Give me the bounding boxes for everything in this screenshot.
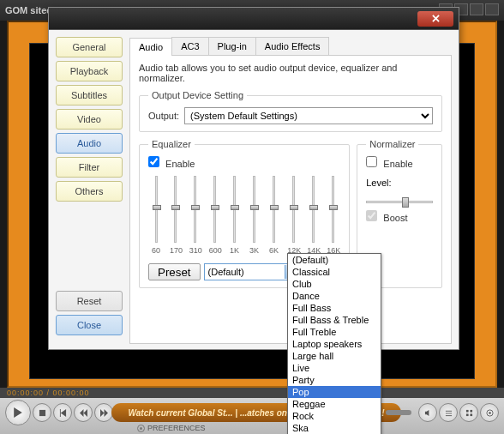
preset-option[interactable]: Club: [288, 278, 381, 290]
preset-combo[interactable]: (Default): [204, 263, 298, 280]
svg-rect-1: [445, 410, 451, 411]
tab-ac3[interactable]: AC3: [171, 37, 208, 55]
svg-rect-3: [445, 415, 451, 416]
sidebar-item-filter[interactable]: Filter: [56, 157, 123, 178]
boost-label: Boost: [383, 213, 407, 223]
close-app-button[interactable]: [485, 3, 499, 15]
output-label: Output:: [148, 111, 179, 121]
output-device-select[interactable]: (System Default Settings): [184, 107, 433, 124]
player-controls-bar: 00:00:00 / 00:00:00 Watch current Global…: [0, 388, 504, 434]
layout-button[interactable]: [470, 3, 483, 15]
reset-button[interactable]: Reset: [56, 291, 123, 311]
svg-rect-7: [470, 413, 472, 416]
gear-icon: [486, 409, 494, 417]
sidebar-item-subtitles[interactable]: Subtitles: [56, 85, 123, 105]
eq-slider[interactable]: [287, 176, 299, 243]
equalizer-legend: Equalizer: [148, 139, 195, 149]
rewind-icon: [80, 409, 87, 417]
preset-option[interactable]: Party: [288, 374, 381, 386]
category-sidebar: General Playback Subtitles Video Audio F…: [56, 37, 123, 205]
sidebar-item-general[interactable]: General: [56, 37, 123, 57]
svg-rect-4: [465, 409, 468, 412]
preset-button[interactable]: Preset: [148, 263, 201, 280]
eq-slider[interactable]: [170, 176, 182, 243]
dialog-titlebar[interactable]: [49, 8, 459, 30]
stop-icon: [39, 409, 46, 417]
sidebar-item-playback[interactable]: Playback: [56, 61, 123, 81]
close-icon: [432, 15, 440, 22]
eq-slider[interactable]: [267, 176, 279, 243]
speaker-icon: [424, 409, 432, 417]
eq-sliders: [148, 176, 340, 243]
boost-checkbox[interactable]: [366, 210, 377, 221]
prev-icon: [59, 409, 67, 417]
eq-slider[interactable]: [249, 176, 261, 243]
tab-audio[interactable]: Audio: [129, 38, 172, 56]
svg-point-9: [489, 412, 491, 414]
tab-plugin[interactable]: Plug-in: [208, 37, 256, 55]
content-tabs: Audio AC3 Plug-in Audio Effects: [129, 37, 452, 56]
eq-slider[interactable]: [189, 176, 201, 243]
sidebar-item-video[interactable]: Video: [56, 109, 123, 130]
eq-slider[interactable]: [150, 176, 162, 243]
normalizer-enable[interactable]: Enable: [366, 159, 412, 169]
rewind-button[interactable]: [74, 403, 93, 422]
svg-rect-0: [39, 409, 45, 415]
settings-button[interactable]: [480, 403, 499, 422]
eq-slider[interactable]: [209, 176, 221, 243]
preset-option[interactable]: Full Bass: [288, 302, 381, 314]
panel-description: Audio tab allows you to set audio output…: [139, 63, 442, 83]
preset-option[interactable]: Laptop speakers: [288, 338, 381, 350]
svg-rect-5: [470, 409, 472, 412]
svg-rect-2: [445, 413, 451, 413]
output-legend: Output Device Setting: [148, 90, 247, 100]
level-label: Level:: [366, 178, 391, 188]
equalizer-enable-checkbox[interactable]: [148, 156, 159, 167]
tab-audio-effects[interactable]: Audio Effects: [255, 37, 330, 55]
level-slider[interactable]: [366, 193, 433, 210]
prev-button[interactable]: [53, 403, 72, 422]
fwd-button[interactable]: [94, 403, 113, 422]
preset-value: (Default): [208, 267, 244, 277]
menu-a-button[interactable]: [439, 403, 458, 422]
preset-option[interactable]: Rock: [288, 410, 381, 422]
normalizer-enable-checkbox[interactable]: [366, 156, 377, 167]
preset-option[interactable]: Pop: [288, 386, 381, 398]
preset-option[interactable]: (Default): [288, 254, 381, 266]
stop-button[interactable]: [33, 403, 51, 422]
output-device-group: Output Device Setting Output: (System De…: [139, 90, 442, 132]
sidebar-item-others[interactable]: Others: [56, 181, 123, 202]
normalizer-legend: Normalizer: [366, 139, 418, 149]
boost-option[interactable]: Boost: [366, 213, 407, 223]
preset-option[interactable]: Dance: [288, 290, 381, 302]
eq-slider[interactable]: [327, 176, 339, 243]
equalizer-enable-label: Enable: [165, 159, 195, 169]
preset-option[interactable]: Live: [288, 362, 381, 374]
sidebar-item-audio[interactable]: Audio: [56, 133, 123, 154]
preset-option[interactable]: Classical: [288, 266, 381, 278]
prefs-link[interactable]: PREFERENCES: [137, 424, 206, 432]
preset-option[interactable]: Full Treble: [288, 326, 381, 338]
equalizer-enable[interactable]: Enable: [148, 159, 195, 169]
time-display: 00:00:00 / 00:00:00: [7, 389, 90, 397]
menu-b-button[interactable]: [459, 403, 478, 422]
grid-icon: [465, 409, 473, 417]
eq-slider[interactable]: [307, 176, 319, 243]
play-button[interactable]: [5, 400, 31, 425]
svg-rect-6: [465, 413, 468, 416]
preset-option[interactable]: Large hall: [288, 350, 381, 362]
preset-option[interactable]: Ska: [288, 422, 381, 434]
preset-option[interactable]: Full Bass & Treble: [288, 314, 381, 326]
preferences-dialog: General Playback Subtitles Video Audio F…: [48, 7, 459, 350]
fwd-icon: [100, 409, 108, 417]
volume-slider[interactable]: [386, 410, 411, 415]
timeline[interactable]: 00:00:00 / 00:00:00: [0, 388, 504, 398]
mute-button[interactable]: [418, 403, 437, 422]
close-button[interactable]: Close: [56, 315, 123, 335]
preset-dropdown-list[interactable]: (Default) Classical Club Dance Full Bass…: [287, 253, 381, 434]
svg-point-11: [140, 427, 142, 430]
dialog-close-button[interactable]: [417, 11, 453, 27]
eq-slider[interactable]: [229, 176, 241, 243]
preset-option[interactable]: Reggae: [288, 398, 381, 410]
normalizer-enable-label: Enable: [383, 159, 412, 169]
